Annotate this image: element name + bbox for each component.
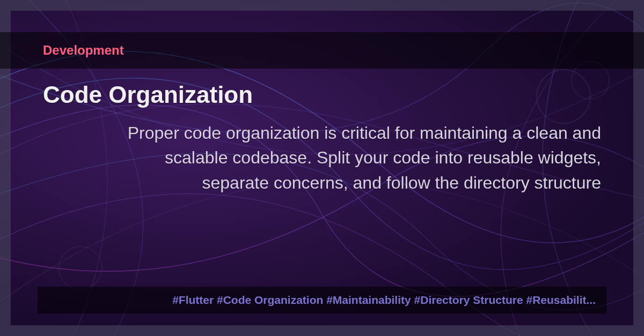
content-card: Development Code Organization Proper cod…: [0, 0, 644, 336]
category-label: Development: [43, 43, 124, 58]
category-strip: Development: [0, 32, 644, 69]
tags-strip: #Flutter #Code Organization #Maintainabi…: [38, 287, 606, 313]
body-text: Proper code organization is critical for…: [97, 121, 601, 195]
page-title: Code Organization: [43, 81, 253, 108]
tags-text: #Flutter #Code Organization #Maintainabi…: [172, 294, 596, 307]
